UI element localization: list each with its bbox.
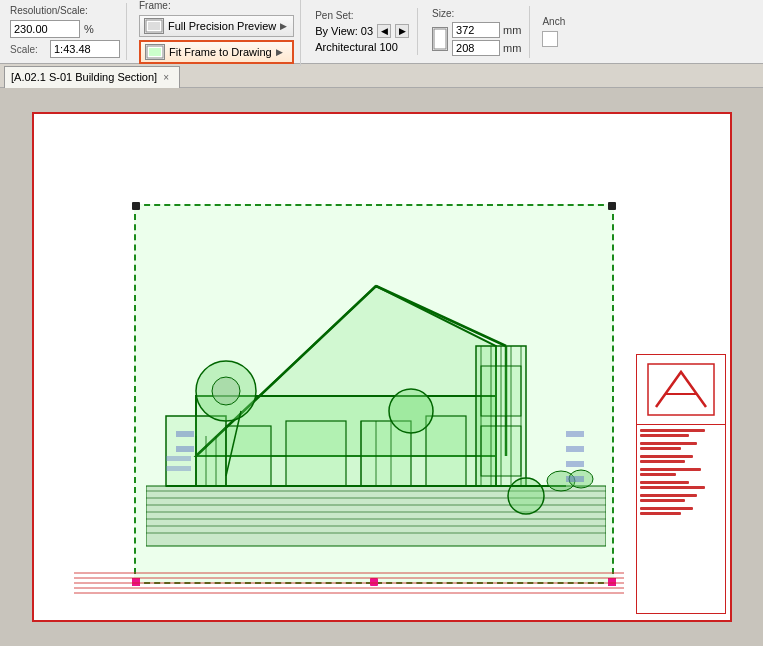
anchor-label: Anch — [542, 16, 565, 27]
title-line-12 — [640, 499, 685, 502]
pen-label: Pen Set: — [315, 10, 409, 21]
full-precision-label: Full Precision Preview — [168, 20, 276, 32]
pen-next-btn[interactable]: ▶ — [395, 24, 409, 38]
svg-rect-1 — [148, 22, 160, 30]
fit-frame-icon — [145, 44, 165, 60]
pen-row-2: Architectural 100 — [315, 41, 409, 53]
svg-point-28 — [389, 389, 433, 433]
title-line-6 — [640, 460, 685, 463]
scale-label: Scale: — [10, 44, 46, 55]
full-precision-icon — [144, 18, 164, 34]
bottom-grid-svg — [74, 568, 624, 598]
svg-point-29 — [508, 478, 544, 514]
frame-section: Frame: Full Precision Preview ▶ Fit Fram… — [133, 0, 301, 66]
title-line-14 — [640, 512, 681, 515]
width-input[interactable] — [452, 22, 500, 38]
title-line-10 — [640, 486, 706, 489]
size-label: Size: — [432, 8, 521, 19]
anchor-section: Anch — [536, 14, 571, 49]
title-line-5 — [640, 455, 693, 458]
svg-rect-3 — [149, 48, 161, 56]
fit-frame-arrow: ▶ — [276, 47, 283, 57]
width-unit: mm — [503, 24, 521, 36]
size-row: mm mm — [432, 22, 521, 56]
svg-rect-47 — [566, 446, 584, 452]
building-drawing — [146, 216, 606, 566]
title-line-13 — [640, 507, 693, 510]
scale-input[interactable] — [50, 40, 120, 58]
bottom-grid — [74, 568, 630, 600]
resolution-unit: % — [84, 23, 94, 35]
svg-point-27 — [212, 377, 240, 405]
svg-rect-45 — [176, 446, 194, 452]
size-icon — [432, 27, 448, 51]
height-unit: mm — [503, 42, 521, 54]
title-line-2 — [640, 434, 689, 437]
pen-row-1: By View: 03 ◀ ▶ — [315, 24, 409, 38]
size-section: Size: mm mm — [424, 6, 530, 58]
size-inputs: mm mm — [452, 22, 521, 56]
drawing-frame[interactable] — [134, 204, 614, 584]
frame-label: Frame: — [139, 0, 294, 11]
full-precision-button[interactable]: Full Precision Preview ▶ — [139, 15, 294, 37]
height-row: mm — [452, 40, 521, 56]
height-input[interactable] — [452, 40, 500, 56]
pen-prev-btn[interactable]: ◀ — [377, 24, 391, 38]
fit-frame-label: Fit Frame to Drawing — [169, 46, 272, 58]
toolbar: Resolution/Scale: % Scale: Frame: Full P… — [0, 0, 763, 64]
full-precision-arrow: ▶ — [280, 21, 287, 31]
archicad-logo-svg — [646, 362, 716, 417]
title-line-9 — [640, 481, 689, 484]
svg-rect-50 — [166, 456, 191, 461]
svg-rect-51 — [166, 466, 191, 471]
resolution-input[interactable] — [10, 20, 80, 38]
svg-rect-20 — [226, 426, 271, 486]
title-line-11 — [640, 494, 697, 497]
resolution-section: Resolution/Scale: % Scale: — [4, 3, 127, 60]
handle-top-left[interactable] — [132, 202, 140, 210]
svg-rect-46 — [566, 431, 584, 437]
scale-row: Scale: — [10, 40, 120, 58]
pen-architectural: Architectural 100 — [315, 41, 398, 53]
title-line-3 — [640, 442, 697, 445]
canvas-area — [0, 88, 763, 646]
tab-close-btn[interactable]: × — [161, 72, 171, 83]
svg-rect-4 — [434, 29, 446, 49]
resolution-row: % — [10, 20, 120, 38]
title-logo — [637, 355, 725, 425]
tab-label: [A.02.1 S-01 Building Section] — [11, 71, 157, 83]
pen-section: Pen Set: By View: 03 ◀ ▶ Architectural 1… — [307, 8, 418, 55]
handle-top-right[interactable] — [608, 202, 616, 210]
svg-rect-23 — [426, 416, 466, 486]
title-line-1 — [640, 429, 706, 432]
svg-rect-49 — [566, 476, 584, 482]
title-block — [636, 354, 726, 614]
svg-rect-44 — [176, 431, 194, 437]
fit-frame-button[interactable]: Fit Frame to Drawing ▶ — [139, 40, 294, 64]
title-line-7 — [640, 468, 702, 471]
pen-by-view: By View: 03 — [315, 25, 373, 37]
svg-rect-21 — [286, 421, 346, 486]
title-line-4 — [640, 447, 681, 450]
svg-rect-48 — [566, 461, 584, 467]
title-line-8 — [640, 473, 677, 476]
resolution-label: Resolution/Scale: — [10, 5, 120, 16]
paper — [32, 112, 732, 622]
anchor-checkbox[interactable] — [542, 31, 558, 47]
tabbar: [A.02.1 S-01 Building Section] × — [0, 64, 763, 88]
document-tab[interactable]: [A.02.1 S-01 Building Section] × — [4, 66, 180, 88]
width-row: mm — [452, 22, 521, 38]
title-text-lines — [637, 425, 725, 519]
